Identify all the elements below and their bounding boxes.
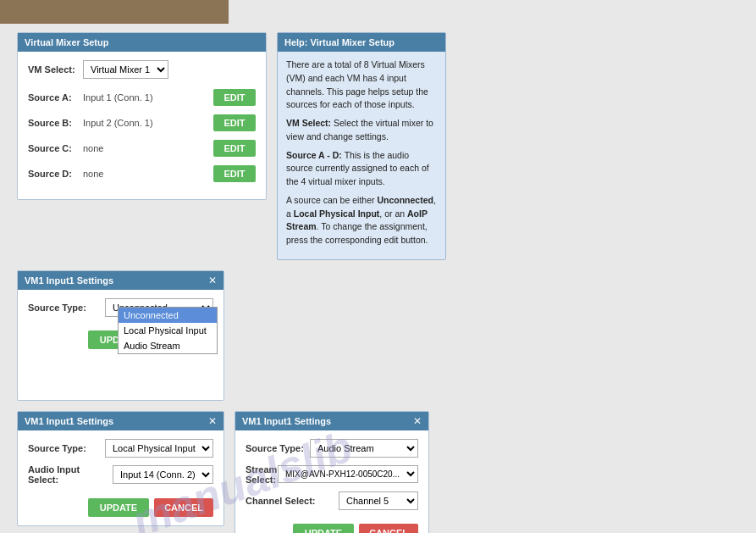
source-b-edit-button[interactable]: EDIT: [213, 114, 256, 131]
vm1-settings-local-panel: VM1 Input1 Settings ✕ Source Type: Uncon…: [17, 411, 224, 526]
vm1-settings-dropdown-panel: VM1 Input1 Settings ✕ Source Type: Uncon…: [17, 270, 224, 401]
help-panel-header: Help: Virtual Mixer Setup: [278, 33, 445, 52]
source-type-select-audio[interactable]: Unconnected Local Physical Input Audio S…: [310, 439, 418, 458]
source-b-label: Source B:: [28, 118, 83, 128]
vm-setup-body: VM Select: Virtual Mixer 1 Virtual Mixer…: [18, 52, 266, 199]
channel-select-row: Channel Select: Channel 1 Channel 2 Chan…: [246, 491, 418, 510]
help-vmselect-bold: VM Select:: [286, 118, 334, 128]
btn-row-local: UPDATE CANCEL: [28, 493, 213, 517]
vm1-settings-dropdown-body: Source Type: Unconnected Local Physical …: [18, 290, 223, 400]
cancel-button-audio[interactable]: CANCEL: [359, 524, 418, 533]
update-button-audio[interactable]: UPDATE: [293, 524, 354, 533]
vm1-settings-dropdown-header: VM1 Input1 Settings ✕: [18, 271, 223, 290]
help-unconnected-bold: Unconnected: [377, 195, 433, 205]
help-sourcead-bold: Source A - D:: [286, 150, 345, 160]
vm1-settings-audio-title: VM1 Input1 Settings: [242, 416, 331, 426]
source-a-label: Source A:: [28, 92, 83, 103]
channel-select-dropdown[interactable]: Channel 1 Channel 2 Channel 3 Channel 4 …: [339, 491, 418, 510]
source-a-edit-button[interactable]: EDIT: [213, 89, 256, 106]
main-row: Virtual Mixer Setup VM Select: Virtual M…: [17, 32, 739, 260]
vm1-settings-audio-close[interactable]: ✕: [413, 416, 422, 426]
vm1-settings-local-header: VM1 Input1 Settings ✕: [18, 412, 223, 430]
vm-select-label: VM Select:: [28, 64, 83, 75]
source-b-row: Source B: Input 2 (Conn. 1) EDIT: [28, 114, 256, 131]
source-d-value: none: [83, 169, 213, 179]
vm1-settings-local-close[interactable]: ✕: [208, 416, 217, 426]
vm-select-dropdown[interactable]: Virtual Mixer 1 Virtual Mixer 2 Virtual …: [83, 60, 168, 79]
vm1-settings-audio-panel: VM1 Input1 Settings ✕ Source Type: Uncon…: [235, 411, 429, 533]
source-type-select-local[interactable]: Unconnected Local Physical Input Audio S…: [105, 439, 213, 458]
bottom-row: VM1 Input1 Settings ✕ Source Type: Uncon…: [17, 411, 739, 533]
source-type-label-local: Source Type:: [28, 443, 105, 453]
btn-row-audio: UPDATE CANCEL: [246, 519, 418, 533]
channel-select-label: Channel Select:: [246, 496, 339, 506]
vm-setup-title: Virtual Mixer Setup: [25, 37, 108, 47]
cancel-button-local[interactable]: CANCEL: [154, 498, 213, 517]
help-vm-select: VM Select: Select the virtual mixer to v…: [286, 117, 437, 144]
source-d-row: Source D: none EDIT: [28, 165, 256, 182]
help-panel: Help: Virtual Mixer Setup There are a to…: [277, 32, 446, 260]
vm1-settings-local-body: Source Type: Unconnected Local Physical …: [18, 430, 223, 525]
help-source-type: A source can be either Unconnected, a Lo…: [286, 194, 437, 247]
source-a-value: Input 1 (Conn. 1): [83, 92, 213, 103]
source-c-row: Source C: none EDIT: [28, 140, 256, 157]
source-d-edit-button[interactable]: EDIT: [213, 165, 256, 182]
dropdown-option-local-physical[interactable]: Local Physical Input: [119, 323, 217, 338]
help-intro: There are a total of 8 Virtual Mixers (V…: [286, 58, 437, 112]
vm-select-row: VM Select: Virtual Mixer 1 Virtual Mixer…: [28, 60, 256, 79]
source-a-row: Source A: Input 1 (Conn. 1) EDIT: [28, 89, 256, 106]
help-panel-title: Help: Virtual Mixer Setup: [284, 37, 395, 47]
audio-input-row: Audio Input Select: Input 14 (Conn. 2): [28, 464, 213, 485]
source-c-edit-button[interactable]: EDIT: [213, 140, 256, 157]
stream-select-label: Stream Select:: [246, 464, 278, 485]
help-body: There are a total of 8 Virtual Mixers (V…: [278, 52, 445, 259]
vm1-settings-local-title: VM1 Input1 Settings: [25, 416, 113, 426]
update-button-local[interactable]: UPDATE: [88, 498, 149, 517]
source-type-label-audio: Source Type:: [246, 443, 310, 453]
source-c-value: none: [83, 143, 213, 153]
dropdown-option-unconnected[interactable]: Unconnected: [119, 308, 217, 323]
source-type-label-1: Source Type:: [28, 303, 105, 313]
source-type-dropdown-list: Unconnected Local Physical Input Audio S…: [118, 307, 218, 354]
vm1-settings-audio-body: Source Type: Unconnected Local Physical …: [235, 430, 428, 533]
vm1-settings-dropdown-title: VM1 Input1 Settings: [25, 275, 113, 286]
source-c-label: Source C:: [28, 143, 83, 153]
vm1-settings-dropdown-close[interactable]: ✕: [208, 275, 217, 286]
audio-input-label: Audio Input Select:: [28, 464, 113, 485]
help-source-ad: Source A - D: This is the audio source c…: [286, 149, 437, 189]
settings-row-1: VM1 Input1 Settings ✕ Source Type: Uncon…: [17, 270, 739, 401]
source-type-row-local: Source Type: Unconnected Local Physical …: [28, 439, 213, 458]
dropdown-option-audio-stream[interactable]: Audio Stream: [119, 338, 217, 353]
source-b-value: Input 2 (Conn. 1): [83, 118, 213, 128]
source-type-row-audio: Source Type: Unconnected Local Physical …: [246, 439, 418, 458]
stream-select-row: Stream Select: MIX@AVN-PXH12-0050C20...: [246, 464, 418, 485]
help-local-bold: Local Physical Input: [294, 208, 380, 219]
audio-input-select[interactable]: Input 14 (Conn. 2): [113, 465, 213, 484]
stream-select-dropdown[interactable]: MIX@AVN-PXH12-0050C20...: [278, 465, 418, 483]
source-d-label: Source D:: [28, 169, 83, 179]
vm-setup-header: Virtual Mixer Setup: [18, 33, 266, 52]
vm1-settings-audio-header: VM1 Input1 Settings ✕: [235, 412, 428, 430]
top-bar: [0, 0, 229, 24]
vm-setup-panel: Virtual Mixer Setup VM Select: Virtual M…: [17, 32, 267, 200]
